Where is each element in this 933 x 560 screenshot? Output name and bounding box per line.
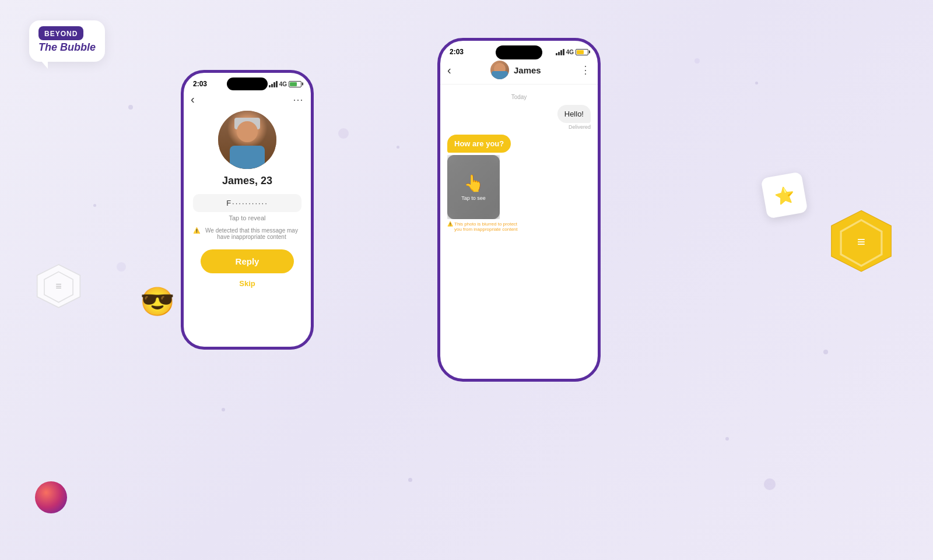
chat-bubble-howareyou-text: How are you? — [454, 139, 504, 148]
photo-warning-text: This photo is blurred to protect you fro… — [454, 221, 523, 232]
chat-bubble-hello-text: Hello! — [564, 110, 584, 118]
bg-dot-large-3 — [764, 478, 776, 490]
bg-dot-8 — [725, 437, 729, 441]
tap-to-see-container: 👆 Tap to see — [461, 174, 486, 201]
phone1-warning-text: We detected that this message may have i… — [202, 227, 301, 240]
hand-gesture-icon: 👆 — [464, 174, 484, 193]
photo-warning-icon: ⚠️ — [447, 221, 453, 227]
bg-dot-6 — [755, 82, 758, 84]
phone1-time: 2:03 — [193, 80, 207, 88]
phone2-chat-body[interactable]: Today Hello! Delivered How are you? 👆 — [440, 84, 598, 241]
bg-dot-2 — [93, 204, 96, 207]
phone2-screen: 2:03 4G ‹ — [440, 41, 598, 379]
phone2-user-info: James — [490, 61, 541, 79]
phone1-status-icons: 4G — [269, 81, 301, 87]
star-sticker-badge: ⭐ — [760, 171, 808, 219]
signal-bar-3 — [273, 82, 275, 87]
signal-bar-2 — [271, 84, 273, 87]
chat-bubble-hello: Hello! — [557, 105, 591, 123]
chat-message-1: Hello! Delivered — [447, 105, 591, 130]
sunglasses-emoji: 😎 — [140, 286, 175, 318]
bg-dot-large-1 — [338, 128, 349, 139]
phone1-avatar — [218, 111, 276, 169]
bg-dot-large-2 — [117, 262, 126, 272]
signal-bar-p2-3 — [560, 50, 562, 55]
bg-dot-5 — [408, 478, 412, 482]
chat-message-2: How are you? 👆 Tap to see ⚠️ This photo … — [447, 135, 591, 232]
phone2-battery — [576, 49, 588, 55]
bg-dot-4 — [397, 146, 399, 149]
blurred-photo-card[interactable]: 👆 Tap to see — [447, 155, 500, 219]
phone1-battery-fill — [290, 82, 297, 86]
bg-dot-1 — [128, 105, 133, 110]
phone1-warning: ⚠️ We detected that this message may hav… — [193, 227, 301, 240]
avatar-head — [237, 121, 258, 142]
bg-dot-9 — [695, 58, 700, 64]
gradient-sphere — [35, 481, 67, 513]
phone1-back-button[interactable]: ‹ — [191, 93, 195, 106]
phone2-back-button[interactable]: ‹ — [447, 64, 451, 77]
chat-avatar-body — [492, 71, 508, 79]
signal-bar-1 — [269, 85, 271, 87]
phone1-nav-bar: ‹ ⋯ — [184, 90, 311, 111]
phone2-battery-fill — [577, 50, 584, 54]
phone1-menu-button[interactable]: ⋯ — [293, 93, 304, 106]
tap-to-see-label: Tap to see — [461, 195, 486, 201]
avatar-person — [218, 111, 276, 169]
phone2-wrapper: 2:03 4G ‹ — [437, 38, 601, 382]
phone1-wrapper: 2:03 4G ‹ ⋯ — [181, 70, 314, 350]
phone1-warning-icon: ⚠️ — [193, 227, 200, 234]
phone2-dynamic-island — [496, 45, 542, 59]
phone1-signal-bars — [269, 81, 278, 87]
star-icon: ⭐ — [773, 184, 796, 207]
phone2-time: 2:03 — [450, 48, 464, 56]
hex-yellow-decoration: ≡ — [829, 209, 893, 279]
phone1-profile-section: James, 23 F··········· Tap to reveal ⚠️ … — [184, 111, 311, 288]
avatar-body — [230, 146, 265, 169]
svg-text:≡: ≡ — [857, 234, 865, 249]
photo-warning: ⚠️ This photo is blurred to protect you … — [447, 221, 523, 232]
phone2-signal-bars — [556, 49, 564, 55]
svg-text:≡: ≡ — [55, 280, 62, 292]
phone2-status-icons: 4G — [556, 49, 588, 55]
phone1-dynamic-island — [227, 78, 268, 90]
chat-date-divider: Today — [447, 94, 591, 100]
chat-delivered-status: Delivered — [569, 124, 591, 130]
phone1-tap-reveal[interactable]: Tap to reveal — [229, 214, 266, 221]
signal-bar-p2-4 — [563, 49, 564, 55]
chat-bubble-howareyou: How are you? — [447, 135, 511, 153]
signal-bar-p2-2 — [558, 52, 560, 55]
phone2-username: James — [514, 65, 541, 75]
phone1-skip-button[interactable]: Skip — [239, 279, 255, 288]
phone2-avatar — [490, 61, 509, 79]
signal-bar-p2-1 — [556, 53, 557, 55]
phone2-menu-button[interactable]: ⋮ — [580, 64, 591, 76]
bg-dot-7 — [823, 350, 828, 354]
hex-white-decoration: ≡ — [34, 262, 83, 315]
logo-top: BEYOND — [38, 26, 83, 40]
phone2-chat-nav: ‹ James ⋮ — [440, 58, 598, 84]
signal-bar-4 — [276, 81, 278, 87]
phone1-battery — [289, 81, 301, 87]
logo: BEYOND The Bubble — [29, 20, 105, 62]
bg-dot-3 — [222, 408, 225, 411]
logo-tail — [41, 61, 48, 69]
phone1-message-dots: F··········· — [201, 199, 293, 207]
phone1-network: 4G — [279, 81, 287, 87]
phone2-network: 4G — [566, 49, 574, 55]
phone1-message-box: F··········· — [193, 194, 301, 212]
phone1-reply-button[interactable]: Reply — [201, 249, 294, 273]
phone1-profile-name: James, 23 — [222, 175, 272, 187]
logo-tagline: The Bubble — [38, 41, 96, 54]
logo-brand-text: BEYOND — [44, 30, 78, 38]
phone1-screen: 2:03 4G ‹ ⋯ — [184, 73, 311, 347]
